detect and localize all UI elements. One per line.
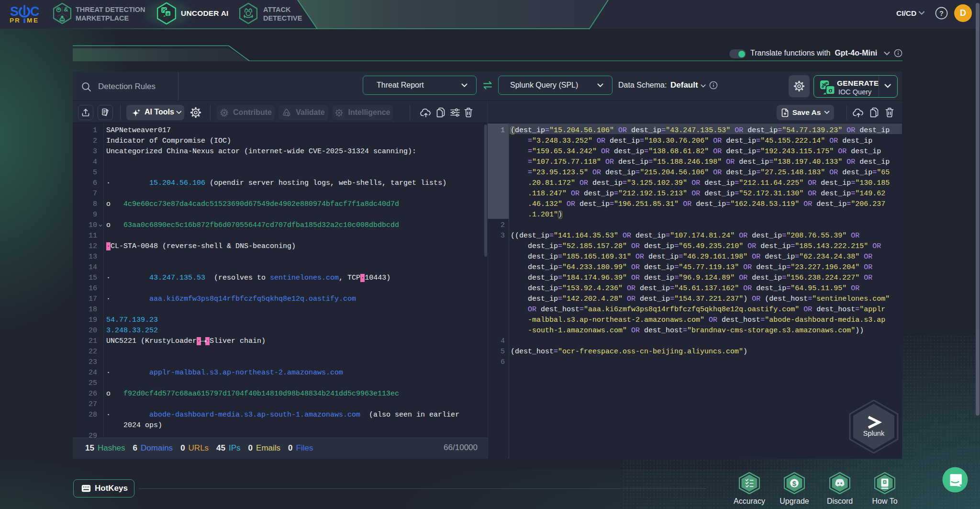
svg-text:&: & [64, 6, 68, 13]
svg-text:E: E [33, 17, 38, 23]
svg-text:σ: σ [828, 87, 832, 94]
svg-text:?: ? [939, 10, 944, 17]
svg-text:Splunk: Splunk [863, 430, 885, 437]
svg-text:R: R [15, 17, 20, 23]
svg-text:M: M [27, 17, 32, 23]
svg-text:σ: σ [167, 12, 169, 17]
svg-text:P: P [10, 17, 14, 23]
svg-text:$: $ [792, 479, 797, 487]
